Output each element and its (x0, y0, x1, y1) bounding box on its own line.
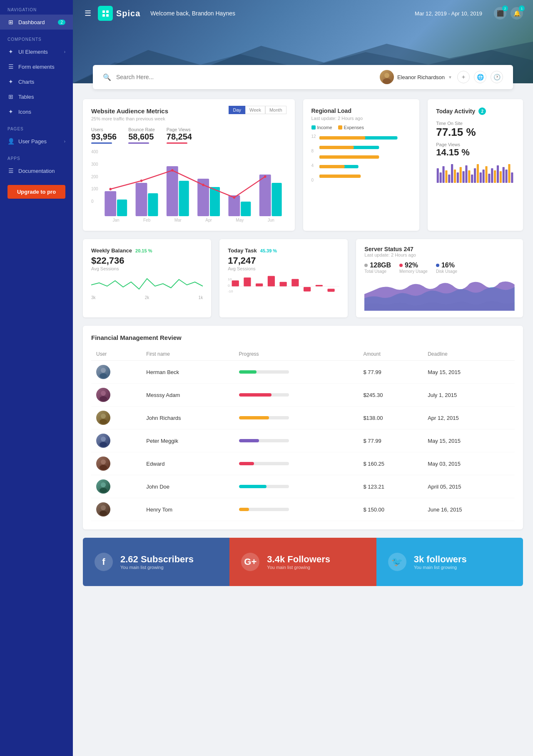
progress-fill (239, 370, 257, 374)
svg-point-18 (171, 169, 174, 172)
user-name: Eleanor Richardson (397, 74, 445, 80)
table-row: Messsy Adam $245.30 July 1, 2015 (91, 384, 515, 407)
progress-fill (239, 416, 269, 419)
user-avatar-cell (91, 407, 141, 429)
progress-cell (234, 407, 359, 429)
col-amount: Amount (358, 348, 423, 361)
disk-dot (436, 264, 439, 267)
svg-rect-39 (457, 172, 459, 183)
alert-button[interactable]: 🔔 1 (511, 7, 523, 20)
avatar (96, 365, 110, 379)
svg-rect-51 (491, 168, 493, 183)
svg-rect-15 (271, 183, 281, 216)
amount-cell: $245.30 (358, 384, 423, 407)
server-title: Server Status 247 (364, 246, 515, 252)
bell-icon: 🔔 (513, 10, 521, 17)
progress-fill (239, 439, 259, 442)
balance-header: Weekly Balance 20.15 % (91, 247, 203, 254)
regional-bars (319, 134, 411, 184)
screen-icon: ⬛ (497, 10, 504, 17)
financial-title: Financial Management Review (91, 334, 515, 341)
logo-title: Spica (116, 9, 140, 18)
week-button[interactable]: Week (245, 106, 265, 114)
google-card: G+ 3.4k Followers You main list growing (229, 538, 376, 586)
table-header-row: User First name Progress Amount Deadline (91, 348, 515, 361)
twitter-sub: You main list growing (414, 565, 467, 570)
notification-button[interactable]: ⬛ 2 (494, 7, 506, 20)
row2: Weekly Balance 20.15 % $22,736 Avg Sessi… (83, 239, 523, 317)
sidebar: Navigation ⊞ Dashboard 2 Components ✦ UI… (0, 0, 73, 756)
twitter-icon: 🐦 (388, 553, 406, 571)
svg-rect-64 (280, 282, 287, 287)
deadline-cell: July 1, 2015 (423, 384, 515, 407)
col-deadline: Deadline (423, 348, 515, 361)
sidebar-item-ui-elements[interactable]: ✦ UI Elements › (0, 44, 73, 59)
sidebar-item-dashboard[interactable]: ⊞ Dashboard 2 (0, 15, 73, 30)
server-chart (364, 279, 515, 311)
sidebar-item-form-elements[interactable]: ☰ Form elements (0, 59, 73, 74)
search-input[interactable] (116, 74, 375, 80)
progress-cell (234, 475, 359, 498)
svg-rect-14 (241, 202, 251, 216)
task-chart: -10 0 10 (228, 274, 339, 295)
avatar (96, 502, 110, 516)
users-stat: Users 93,956 (91, 127, 117, 144)
day-filter: Day Week Month (229, 106, 286, 114)
month-button[interactable]: Month (265, 106, 286, 114)
chart-area (101, 154, 286, 216)
svg-point-85 (100, 511, 107, 516)
twitter-count: 3k followers (414, 554, 467, 565)
add-button[interactable]: ＋ (457, 71, 470, 83)
search-user[interactable]: Eleanor Richardson ▼ (380, 70, 452, 84)
social-grid: f 2.62 Subscribers You main list growing… (83, 538, 523, 586)
avatar (96, 479, 110, 494)
table-row: John Doe $ 123.21 April 05, 2015 (91, 475, 515, 498)
metrics-subtitle: 25% more traffic than previous week (91, 116, 168, 121)
task-header: Today Task 45.39 % (228, 247, 339, 254)
day-button[interactable]: Day (229, 106, 245, 114)
svg-rect-34 (443, 166, 445, 183)
table-row: Herman Beck $ 77.99 May 15, 2015 (91, 361, 515, 384)
search-actions: ＋ 🌐 🕐 (457, 71, 503, 83)
search-icon: 🔍 (103, 73, 111, 81)
svg-rect-10 (117, 200, 127, 216)
firstname-cell: Herman Beck (141, 361, 234, 384)
firstname-cell: Messsy Adam (141, 384, 234, 407)
hamburger-button[interactable]: ☰ (83, 7, 93, 20)
today-task-card: Today Task 45.39 % 17,247 Avg Sessions (219, 239, 348, 317)
globe-button[interactable]: 🌐 (474, 71, 486, 83)
firstname-cell: Peter Meggik (141, 429, 234, 452)
memory-dot (399, 264, 403, 267)
svg-rect-6 (167, 166, 178, 216)
svg-text:-10: -10 (228, 290, 233, 293)
sidebar-item-documentation[interactable]: ☰ Documentation (0, 163, 73, 178)
progress-track (239, 508, 289, 511)
sidebar-item-icons[interactable]: ✦ Icons (0, 104, 73, 119)
svg-rect-58 (511, 172, 513, 183)
balance-y-labels: 3k 2k 1k (91, 295, 203, 300)
header-welcome: Welcome back, Brandon Haynes (150, 10, 235, 17)
main-content: ☰ Spica Welcome back, Brandon Haynes Mar… (73, 0, 533, 756)
task-pct: 45.39 % (260, 248, 277, 253)
avatar (96, 388, 110, 402)
sidebar-item-tables[interactable]: ⊞ Tables (0, 89, 73, 104)
progress-track (239, 393, 289, 397)
svg-point-21 (264, 175, 266, 178)
clock-button[interactable]: 🕐 (491, 71, 503, 83)
progress-cell (234, 498, 359, 521)
total-usage: 128GB Total Usage (364, 262, 391, 274)
twitter-info: 3k followers You main list growing (414, 554, 467, 570)
sidebar-item-user-pages[interactable]: 👤 User Pages › (0, 134, 73, 149)
svg-rect-31 (319, 175, 361, 178)
user-avatar-cell (91, 361, 141, 384)
svg-point-77 (100, 419, 107, 424)
avatar (96, 411, 110, 425)
svg-rect-25 (319, 146, 354, 149)
col-user: User (91, 348, 141, 361)
server-subtitle: Last update: 2 Hours ago (364, 252, 515, 257)
svg-rect-4 (105, 191, 116, 216)
regional-chart: 12 8 4 0 (311, 134, 411, 184)
sidebar-item-charts[interactable]: ✦ Charts (0, 74, 73, 89)
upgrade-button[interactable]: Upgrade to pro (7, 185, 65, 199)
amount-cell: $ 160.25 (358, 452, 423, 475)
